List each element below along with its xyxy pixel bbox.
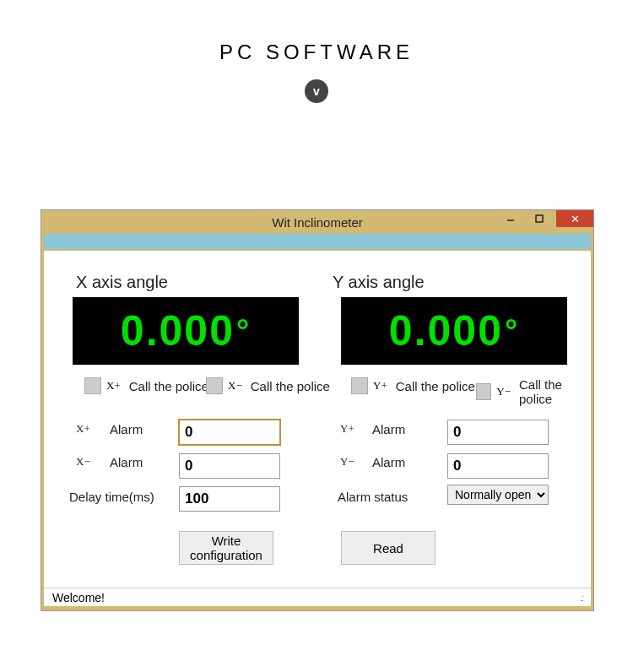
status-text: Welcome! xyxy=(52,591,105,604)
alarm-status-select[interactable]: Normally open xyxy=(447,485,549,505)
maximize-icon xyxy=(535,214,544,223)
app-window: Wit Inclinometer ✕ X axis angle Y axis a… xyxy=(41,209,594,611)
y-plus-alarm-checkbox-row: Y+ Call the police xyxy=(351,377,475,394)
x-axis-label: X axis angle xyxy=(76,273,168,292)
y-minus-alarm-word: Alarm xyxy=(372,455,405,469)
degree-icon: ° xyxy=(236,313,251,350)
write-configuration-button[interactable]: Write configuration xyxy=(179,531,273,565)
x-minus-alarm-checkbox-row: X− Call the police xyxy=(206,377,330,394)
x-minus-prefix: X− xyxy=(228,379,242,393)
titlebar[interactable]: Wit Inclinometer ✕ xyxy=(41,210,593,234)
y-plus-alarm-word: Alarm xyxy=(372,422,405,436)
y-plus-alarm-label: Call the police xyxy=(396,379,475,393)
scroll-down-badge: v xyxy=(305,79,328,103)
y-axis-display: 0.000° xyxy=(341,297,567,365)
y-plus-prefix: Y+ xyxy=(373,379,387,393)
window-title: Wit Inclinometer xyxy=(272,215,363,230)
y-axis-value: 0.000 xyxy=(389,306,503,355)
x-minus-alarm-word: Alarm xyxy=(110,455,143,469)
y-minus-prefix: Y− xyxy=(496,385,511,398)
x-minus-field-prefix: X− xyxy=(76,455,90,469)
y-minus-alarm-input[interactable] xyxy=(447,453,549,479)
y-plus-field-prefix: Y+ xyxy=(340,422,354,436)
window-controls: ✕ xyxy=(494,210,593,227)
y-minus-field-prefix: Y− xyxy=(340,455,354,469)
minimize-icon xyxy=(506,214,515,223)
y-plus-alarm-input[interactable] xyxy=(447,420,549,445)
x-axis-value: 0.000 xyxy=(121,306,235,355)
x-minus-alarm-label: Call the police xyxy=(251,379,330,393)
x-minus-alarm-input[interactable] xyxy=(179,453,280,479)
delay-label: Delay time(ms) xyxy=(69,490,154,504)
close-button[interactable]: ✕ xyxy=(556,210,593,227)
delay-input[interactable] xyxy=(179,486,280,512)
x-plus-alarm-word: Alarm xyxy=(110,422,143,436)
read-button[interactable]: Read xyxy=(341,531,436,565)
x-plus-alarm-checkbox-row: X+ Call the police xyxy=(84,377,208,394)
close-icon: ✕ xyxy=(571,213,580,225)
statusbar: Welcome! ..: xyxy=(44,588,591,606)
x-plus-alarm-input[interactable] xyxy=(179,420,280,445)
alarm-status-label: Alarm status xyxy=(338,490,408,504)
resize-grip-icon[interactable]: ..: xyxy=(580,595,582,600)
y-minus-alarm-label: Call the police xyxy=(519,377,591,406)
ribbon-strip xyxy=(44,234,591,249)
x-plus-field-prefix: X+ xyxy=(76,422,90,436)
y-minus-alarm-checkbox-row: Y− Call the police xyxy=(476,377,591,406)
y-minus-alarm-checkbox[interactable] xyxy=(476,383,491,400)
page-title: PC SOFTWARE xyxy=(0,41,633,64)
degree-icon: ° xyxy=(505,313,519,350)
page-header: PC SOFTWARE v xyxy=(0,0,633,91)
x-plus-alarm-checkbox[interactable] xyxy=(84,377,101,394)
content-area: X axis angle Y axis angle 0.000° 0.000° … xyxy=(44,251,591,606)
y-axis-label: Y axis angle xyxy=(333,273,425,292)
x-plus-prefix: X+ xyxy=(106,379,121,393)
x-axis-display: 0.000° xyxy=(73,297,299,365)
y-plus-alarm-checkbox[interactable] xyxy=(351,377,368,394)
minimize-button[interactable] xyxy=(499,210,522,227)
svg-rect-1 xyxy=(536,215,543,222)
x-plus-alarm-label: Call the police xyxy=(129,379,208,393)
maximize-button[interactable] xyxy=(528,210,551,227)
x-minus-alarm-checkbox[interactable] xyxy=(206,377,223,394)
